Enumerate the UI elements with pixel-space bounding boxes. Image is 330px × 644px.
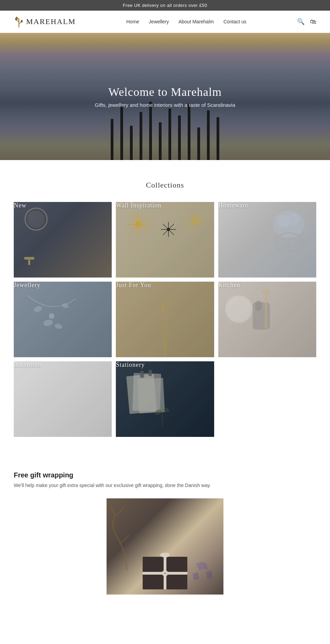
svg-point-11 — [135, 222, 141, 227]
gift-image: M — [107, 498, 223, 595]
collection-new[interactable]: New — [14, 202, 112, 278]
collection-label-homeware: Homeware — [218, 202, 248, 209]
svg-line-39 — [189, 214, 194, 219]
nav-home[interactable]: Home — [126, 19, 139, 24]
collection-homeware[interactable]: Homeware — [218, 202, 316, 278]
collection-label-foryou: Just For You — [116, 282, 151, 289]
svg-line-32 — [163, 231, 167, 235]
collection-label-new: New — [14, 202, 26, 209]
collection-label-stationery: Stationery — [116, 361, 145, 369]
mirror-decor — [24, 207, 48, 231]
post — [188, 103, 190, 160]
grass-decor — [144, 289, 186, 357]
svg-line-19 — [129, 226, 136, 233]
svg-rect-9 — [24, 257, 34, 260]
post — [111, 119, 113, 160]
announcement-bar: Free UK delivery on all orders over £50 — [0, 0, 330, 11]
collections-grid: New — [14, 202, 316, 357]
svg-rect-71 — [148, 370, 152, 376]
svg-point-60 — [166, 300, 170, 308]
cart-icon[interactable]: 🛍 — [310, 18, 316, 25]
gift-description: We'll help make your gift extra special … — [14, 483, 316, 488]
main-nav: Home Jewellery About Marehalm Contact us — [126, 19, 246, 25]
collection-empty — [218, 361, 316, 437]
collection-kitchen[interactable]: Kitchen — [218, 282, 316, 357]
post — [168, 109, 171, 160]
kitchen-decor — [218, 282, 287, 350]
hero-title: Welcome to Marehalm — [95, 86, 235, 99]
faucet-decor — [21, 250, 38, 267]
collection-stationery[interactable]: Stationery — [116, 361, 214, 437]
svg-point-62 — [227, 297, 251, 321]
gift-title: Free gift wrapping — [14, 471, 316, 479]
svg-point-54 — [54, 323, 63, 330]
post — [149, 102, 152, 160]
hero-subtitle: Gifts, jewellery and home interiors with… — [95, 102, 235, 108]
post — [140, 112, 142, 160]
svg-point-59 — [161, 303, 166, 313]
spike-small — [160, 221, 177, 238]
svg-marker-77 — [192, 572, 199, 580]
logo-icon — [14, 15, 24, 28]
post — [159, 122, 162, 160]
hero-banner: Welcome to Marehalm Gifts, jewellery and… — [0, 33, 330, 160]
svg-rect-69 — [138, 378, 165, 414]
collection-jewellery[interactable]: Jewellery — [14, 282, 112, 357]
collection-overlay — [14, 361, 112, 437]
svg-point-44 — [288, 214, 300, 225]
post — [207, 110, 210, 160]
svg-point-53 — [43, 319, 54, 327]
svg-line-31 — [170, 231, 174, 235]
basket-decor — [268, 207, 309, 255]
logo-text: MAREHALM — [26, 17, 76, 26]
post — [217, 117, 219, 160]
svg-point-24 — [167, 228, 170, 231]
header-icons: 🔍 🛍 — [297, 18, 316, 25]
collections-row-3: Bathroom Stationery — [14, 361, 316, 437]
svg-line-58 — [165, 313, 172, 357]
gift-bow — [160, 553, 170, 557]
stationery-decor — [121, 365, 176, 433]
svg-rect-70 — [140, 371, 144, 378]
svg-line-56 — [165, 306, 168, 357]
svg-point-33 — [194, 219, 198, 223]
collection-wall-inspiration[interactable]: Wall Inspiration — [116, 202, 214, 278]
svg-line-41 — [189, 223, 194, 228]
gift-stamp: M — [162, 570, 168, 576]
collections-title: Collections — [14, 181, 316, 190]
collection-label-kitchen: Kitchen — [218, 282, 240, 289]
svg-point-51 — [33, 305, 43, 313]
svg-rect-10 — [28, 260, 30, 265]
collections-section: Collections New — [0, 160, 330, 451]
gift-section: Free gift wrapping We'll help make your … — [0, 451, 330, 595]
svg-marker-78 — [206, 570, 212, 579]
nav-contact[interactable]: Contact us — [223, 19, 246, 24]
nav-jewellery[interactable]: Jewellery — [149, 19, 169, 24]
announcement-text: Free UK delivery on all orders over £50 — [123, 3, 207, 8]
post — [130, 126, 133, 160]
spike-medium — [185, 211, 206, 231]
spiky-decor — [124, 211, 206, 238]
svg-line-40 — [197, 223, 202, 228]
svg-line-38 — [197, 214, 202, 219]
svg-rect-65 — [265, 295, 267, 330]
jewellery-decor — [21, 289, 82, 343]
logo[interactable]: MAREHALM — [14, 15, 76, 28]
hero-text: Welcome to Marehalm Gifts, jewellery and… — [95, 86, 235, 108]
search-icon[interactable]: 🔍 — [297, 18, 305, 25]
post — [178, 115, 181, 160]
svg-line-29 — [170, 224, 174, 228]
collection-bathroom[interactable]: Bathroom — [14, 361, 112, 437]
collection-label-bathroom: Bathroom — [14, 361, 41, 369]
gift-box: M — [143, 557, 187, 589]
crystal-decor — [189, 560, 217, 588]
collection-label-jewellery: Jewellery — [14, 282, 41, 289]
collection-just-for-you[interactable]: Just For You — [116, 282, 214, 357]
svg-line-30 — [163, 224, 167, 228]
nav-about[interactable]: About Marehalm — [178, 19, 214, 24]
svg-point-66 — [262, 289, 270, 295]
post — [197, 127, 200, 160]
spike-large — [124, 211, 152, 238]
post — [120, 105, 123, 160]
svg-point-50 — [49, 313, 54, 319]
